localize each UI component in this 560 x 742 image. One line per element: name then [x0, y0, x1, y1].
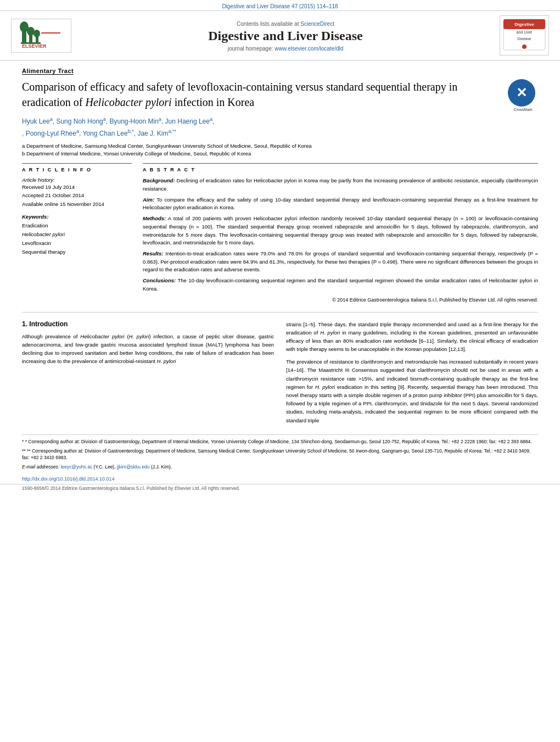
accepted-date: Accepted 21 October 2014	[22, 191, 132, 199]
author3: , Byung-Hoon Min	[106, 118, 159, 125]
available-date: Available online 15 November 2014	[22, 200, 132, 208]
elsevier-tree-icon: ELSEVIER	[19, 21, 63, 49]
aim-text: To compare the efficacy and the safety o…	[143, 197, 538, 211]
email-label: E-mail addresses:	[22, 464, 59, 470]
keyword-3: Levofloxacin	[22, 239, 132, 248]
author1-name: Hyuk Lee	[22, 118, 50, 125]
svg-point-14	[522, 44, 527, 49]
email-name2: (J.J. Kim).	[151, 464, 172, 470]
background-label: Background:	[143, 177, 175, 183]
footnote-star1-text: * * Corresponding author at: Division of…	[22, 439, 532, 444]
email-name1: (Y.C. Lee),	[94, 464, 117, 470]
intro-para2-right: The prevalence of resistance to clarithr…	[286, 358, 538, 425]
author2: , Sung Noh Hong	[53, 118, 103, 125]
footnotes-section: * * Corresponding author at: Division of…	[22, 434, 538, 471]
author1: Hyuk Leea	[22, 118, 53, 125]
journal-title: Digestive and Liver Disease	[82, 29, 489, 43]
methods-label: Methods:	[143, 215, 166, 221]
journal-citation: Digestive and Liver Disease 47 (2015) 11…	[0, 0, 560, 11]
sciencedirect-link[interactable]: ScienceDirect	[300, 21, 334, 27]
footnote-star2: ** ** Corresponding author at: Division …	[22, 448, 538, 462]
abstract-methods: Methods: A total of 200 patients with pr…	[143, 215, 538, 247]
svg-text:and Liver: and Liver	[517, 30, 533, 34]
author5: , Poong-Lyul Rhee	[22, 130, 76, 137]
keywords-section: Keywords: Eradication Helicobacter pylor…	[22, 214, 132, 257]
crossmark-x: ✕	[516, 85, 527, 101]
footnote-star1-content: * Corresponding author at: Division of G…	[25, 439, 532, 444]
author4: , Jun Haeng Lee	[161, 118, 210, 125]
author6-sup: b,*	[128, 129, 134, 134]
intro-para1-right: strains [1–5]. These days, the standard …	[286, 320, 538, 354]
homepage-url-text: www.elsevier.com/locate/dld	[275, 46, 343, 52]
sciencedirect-text: ScienceDirect	[300, 21, 334, 27]
svg-text:Disease: Disease	[517, 37, 531, 41]
elsevier-logo-box: ELSEVIER	[11, 19, 71, 53]
introduction-heading: 1. Introduction	[22, 320, 274, 328]
affiliation-a: a Department of Medicine, Samsung Medica…	[22, 142, 538, 150]
journal-homepage: journal homepage: www.elsevier.com/locat…	[82, 46, 489, 52]
doi-text: http://dx.doi.org/10.1016/j.dld.2014.10.…	[22, 476, 115, 482]
footnote-star2-text: ** ** Corresponding author at: Division …	[22, 448, 530, 461]
history-label: Article history:	[22, 177, 132, 183]
crossmark-badge: ✕ CrossMark	[508, 79, 538, 109]
page: Digestive and Liver Disease 47 (2015) 11…	[0, 0, 560, 742]
title-italic: Helicobacter pylori	[86, 96, 172, 108]
svg-point-5	[33, 30, 40, 37]
author4-sup: a	[210, 116, 212, 122]
journal-logo-icon: Digestive and Liver Disease	[502, 18, 546, 51]
abstract-background: Background: Declining of eradication rat…	[143, 177, 538, 193]
homepage-label: journal homepage:	[228, 46, 273, 52]
article-history: Article history: Received 19 July 2014 A…	[22, 177, 132, 208]
intro-para1-left: Although prevalence of Helicobacter pylo…	[22, 332, 274, 366]
homepage-link[interactable]: www.elsevier.com/locate/dld	[275, 46, 343, 52]
header-main: ELSEVIER Contents lists available at Sci…	[0, 11, 560, 61]
email-link1[interactable]: leeyc@yuhs.ac	[60, 464, 92, 470]
methods-text: A total of 200 patients with proven Heli…	[143, 215, 538, 246]
results-text: Intention-to-treat eradication rates wer…	[143, 250, 538, 272]
introduction-section: 1. Introduction Although prevalence of H…	[0, 320, 560, 429]
author7: , Jae J. Kim	[134, 130, 169, 137]
journal-citation-text: Digestive and Liver Disease 47 (2015) 11…	[222, 3, 338, 9]
background-text: Declining of eradication rates for Helic…	[143, 177, 538, 192]
keyword-2-text: Helicobacter pylori	[22, 231, 65, 237]
contents-text: Contents lists available at	[237, 21, 299, 27]
aim-label: Aim:	[143, 197, 154, 203]
svg-point-3	[27, 27, 35, 36]
doi-link[interactable]: http://dx.doi.org/10.1016/j.dld.2014.10.…	[22, 476, 115, 482]
issn-line: 1590-8658/© 2014 Editrice Gastroenterolo…	[0, 484, 560, 495]
footnote-email: E-mail addresses: leeyc@yuhs.ac (Y.C. Le…	[22, 464, 538, 471]
crossmark-label: CrossMark	[508, 108, 538, 111]
article-info-col: A R T I C L E I N F O Article history: R…	[22, 163, 132, 304]
abstract-col: A B S T R A C T Background: Declining of…	[143, 163, 538, 304]
abstract-copyright: © 2014 Editrice Gastroenterologica Itali…	[143, 297, 538, 304]
affiliation-b: b Department of Internal Medicine, Yonse…	[22, 150, 538, 158]
title-area: Comparison of efficacy and safety of lev…	[22, 79, 538, 110]
abstract-content: Background: Declining of eradication rat…	[143, 177, 538, 304]
abstract-heading: A B S T R A C T	[143, 167, 538, 172]
email-link2[interactable]: jjkim@skku.edu	[117, 464, 150, 470]
elsevier-logo: ELSEVIER	[11, 19, 71, 53]
abstract-aim: Aim: To compare the efficacy and the saf…	[143, 196, 538, 212]
results-label: Results:	[143, 250, 163, 256]
introduction-right-col: strains [1–5]. These days, the standard …	[286, 320, 538, 429]
doi-line: http://dx.doi.org/10.1016/j.dld.2014.10.…	[0, 473, 560, 482]
keyword-2: Helicobacter pylori	[22, 230, 132, 239]
introduction-left-col: 1. Introduction Although prevalence of H…	[22, 320, 274, 429]
authors-line: Hyuk Leea, Sung Noh Honga, Byung-Hoon Mi…	[22, 115, 538, 138]
article-section: Alimentary Tract Comparison of efficacy …	[0, 61, 560, 158]
author7-sup: a,**	[168, 129, 176, 134]
conclusions-label: Conclusions:	[143, 277, 176, 283]
svg-text:ELSEVIER: ELSEVIER	[22, 43, 47, 49]
svg-rect-7	[41, 32, 60, 34]
footnote-star1: * * Corresponding author at: Division of…	[22, 438, 538, 445]
article-info-abstract: A R T I C L E I N F O Article history: R…	[0, 163, 560, 304]
article-title: Comparison of efficacy and safety of lev…	[22, 79, 494, 110]
article-info-heading: A R T I C L E I N F O	[22, 167, 132, 172]
title-text-after: infection in Korea	[172, 96, 255, 108]
svg-text:Digestive: Digestive	[514, 22, 534, 27]
abstract-results: Results: Intention-to-treat eradication …	[143, 250, 538, 274]
author6: , Yong Chan Lee	[79, 130, 128, 137]
journal-logo-box: Digestive and Liver Disease	[500, 15, 549, 55]
header-center: Contents lists available at ScienceDirec…	[82, 19, 489, 52]
contents-availability: Contents lists available at ScienceDirec…	[82, 19, 489, 29]
